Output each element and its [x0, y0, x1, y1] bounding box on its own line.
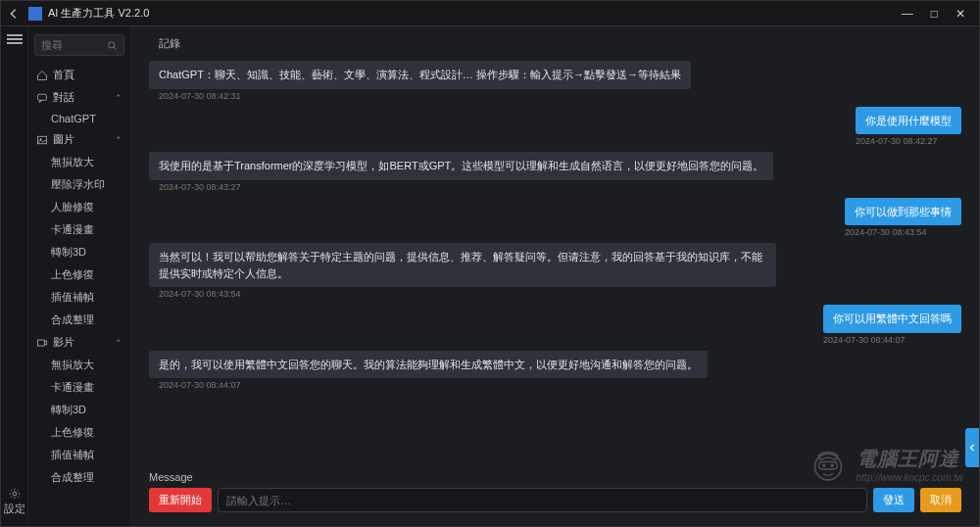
image-icon: [36, 134, 48, 146]
chevron-up-icon: ⌃: [115, 338, 122, 348]
svg-rect-6: [38, 340, 45, 346]
app-icon: [28, 7, 42, 21]
user-message: 你可以做到那些事情2024-07-30 08:43:54: [149, 198, 961, 238]
hamburger-icon[interactable]: [7, 38, 23, 40]
sidebar-item-video-0[interactable]: 無損放大: [28, 354, 130, 376]
sidebar-item-label: 影片: [53, 335, 74, 350]
gear-icon: [9, 488, 21, 500]
send-button[interactable]: 發送: [873, 488, 914, 512]
search-input[interactable]: [41, 39, 103, 51]
search-box[interactable]: [34, 34, 124, 56]
restart-button[interactable]: 重新開始: [149, 488, 212, 512]
message-timestamp: 2024-07-30 08:43:27: [159, 182, 773, 192]
app-title: AI 生產力工具 V2.2.0: [48, 6, 902, 21]
chevron-up-icon: ⌃: [115, 93, 122, 103]
message-bubble: 你是使用什麼模型: [856, 107, 961, 135]
sidebar-item-image-6[interactable]: 插值補幀: [28, 286, 130, 309]
window-controls: ― □ ✕: [902, 7, 973, 21]
bot-message: 是的，我可以使用繁體中文回答您的聊天。我的算法能夠理解和生成繁體中文，以便更好地…: [149, 351, 961, 391]
sidebar-item-image-4[interactable]: 轉制3D: [28, 241, 130, 264]
settings-button[interactable]: 設定: [4, 488, 25, 516]
svg-point-1: [109, 41, 115, 47]
svg-line-2: [114, 47, 116, 49]
back-icon[interactable]: [7, 7, 21, 21]
sidebar-item-home[interactable]: 首頁: [28, 64, 130, 86]
message-input[interactable]: [218, 488, 867, 512]
sidebar-item-video-5[interactable]: 合成整理: [28, 466, 130, 489]
message-bubble: 是的，我可以使用繁體中文回答您的聊天。我的算法能夠理解和生成繁體中文，以便更好地…: [149, 351, 708, 379]
search-icon: [107, 40, 118, 51]
sidebar-item-chat[interactable]: 對話 ⌃: [28, 86, 130, 109]
sidebar-item-chatgpt[interactable]: ChatGPT: [28, 109, 130, 128]
sidebar-item-video-4[interactable]: 插值補幀: [28, 444, 130, 466]
message-bubble: 你可以用繁體中文回答嗎: [823, 305, 961, 333]
side-drawer-tab[interactable]: [965, 428, 979, 467]
maximize-button[interactable]: □: [931, 7, 938, 21]
sidebar-item-video[interactable]: 影片 ⌃: [28, 331, 130, 354]
message-timestamp: 2024-07-30 08:43:54: [159, 289, 776, 299]
close-button[interactable]: ✕: [956, 7, 965, 21]
user-message: 你是使用什麼模型2024-07-30 08:42:27: [149, 107, 961, 147]
sidebar-item-video-3[interactable]: 上色修復: [28, 421, 130, 444]
sidebar-item-image-0[interactable]: 無損放大: [28, 151, 130, 173]
message-timestamp: 2024-07-30 08:43:54: [845, 227, 959, 237]
chevron-left-icon: [968, 444, 976, 452]
message-bubble: 当然可以！我可以帮助您解答关于特定主题的问题，提供信息、推荐、解答疑问等。但请注…: [149, 243, 776, 287]
svg-point-0: [13, 492, 17, 496]
bot-message: 我使用的是基于Transformer的深度学习模型，如BERT或GPT。这些模型…: [149, 152, 961, 192]
sidebar-item-label: 對話: [53, 90, 74, 105]
minimize-button[interactable]: ―: [902, 7, 913, 21]
message-bubble: 我使用的是基于Transformer的深度学习模型，如BERT或GPT。这些模型…: [149, 152, 773, 180]
left-rail: 設定: [1, 26, 28, 526]
video-icon: [36, 337, 48, 349]
sidebar-item-image-5[interactable]: 上色修復: [28, 264, 130, 286]
sidebar-item-image-7[interactable]: 合成整理: [28, 309, 130, 331]
bot-message: 当然可以！我可以帮助您解答关于特定主题的问题，提供信息、推荐、解答疑问等。但请注…: [149, 243, 961, 299]
message-timestamp: 2024-07-30 08:44:07: [159, 380, 708, 390]
message-bubble: ChatGPT：聊天、知識、技能、藝術、文學、演算法、程式設計… 操作步驟：輸入…: [149, 61, 691, 89]
chat-icon: [36, 92, 48, 104]
home-icon: [36, 70, 48, 81]
message-timestamp: 2024-07-30 08:44:07: [823, 335, 959, 345]
message-bubble: 你可以做到那些事情: [845, 198, 961, 226]
compose-area: Message 重新開始 發送 取消: [131, 465, 979, 526]
svg-rect-3: [38, 94, 47, 100]
main-panel: 記錄 ChatGPT：聊天、知識、技能、藝術、文學、演算法、程式設計… 操作步驟…: [131, 26, 979, 526]
sidebar-item-image-3[interactable]: 卡通漫畫: [28, 218, 130, 241]
cancel-button[interactable]: 取消: [920, 488, 961, 512]
sidebar-item-video-1[interactable]: 卡通漫畫: [28, 376, 130, 399]
sidebar-item-image-2[interactable]: 人臉修復: [28, 196, 130, 218]
titlebar: AI 生產力工具 V2.2.0 ― □ ✕: [1, 1, 979, 26]
sidebar-item-image-1[interactable]: 壓除浮水印: [28, 173, 130, 196]
settings-label: 設定: [4, 502, 25, 516]
sidebar: 首頁 對話 ⌃ ChatGPT 圖片 ⌃ 無損放大壓除浮水印人臉修復卡通漫畫轉制…: [28, 26, 131, 526]
sidebar-item-label: 圖片: [53, 132, 74, 147]
user-message: 你可以用繁體中文回答嗎2024-07-30 08:44:07: [149, 305, 961, 345]
sidebar-item-video-2[interactable]: 轉制3D: [28, 399, 130, 421]
record-label: 記錄: [131, 26, 979, 55]
bot-message: ChatGPT：聊天、知識、技能、藝術、文學、演算法、程式設計… 操作步驟：輸入…: [149, 61, 961, 101]
message-timestamp: 2024-07-30 08:42:31: [159, 91, 691, 101]
message-label: Message: [149, 471, 961, 483]
message-timestamp: 2024-07-30 08:42:27: [856, 136, 959, 146]
sidebar-item-label: 首頁: [53, 68, 74, 82]
chevron-up-icon: ⌃: [115, 135, 122, 145]
sidebar-item-image[interactable]: 圖片 ⌃: [28, 128, 130, 151]
chat-log[interactable]: ChatGPT：聊天、知識、技能、藝術、文學、演算法、程式設計… 操作步驟：輸入…: [131, 55, 979, 465]
